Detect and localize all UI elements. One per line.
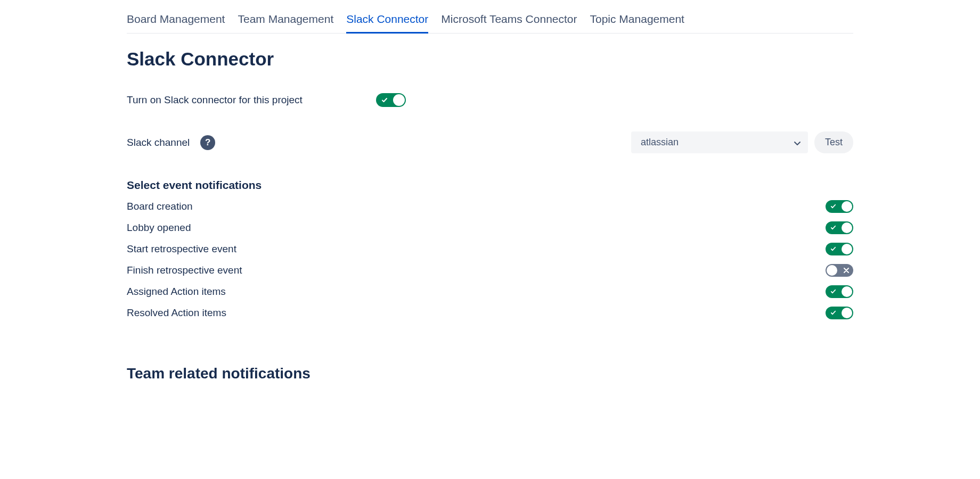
notification-row: Resolved Action items [127,302,853,324]
notification-toggle[interactable] [826,200,853,213]
notification-label: Resolved Action items [127,307,226,319]
channel-select[interactable]: atlassian [631,131,808,153]
tab-topic-management[interactable]: Topic Management [590,13,684,33]
enable-connector-row: Turn on Slack connector for this project [127,93,853,107]
notification-row: Board creation [127,196,853,217]
check-icon [830,202,836,211]
notification-toggle[interactable] [826,307,853,319]
notification-label: Finish retrospective event [127,265,242,276]
event-notifications-header: Select event notifications [127,179,853,192]
channel-row: Slack channel ? atlassian Test [127,131,853,153]
tab-team-management[interactable]: Team Management [238,13,333,33]
page-title: Slack Connector [127,48,853,70]
test-button[interactable]: Test [814,131,853,153]
notification-row: Start retrospective event [127,238,853,260]
tab-slack-connector[interactable]: Slack Connector [346,13,428,33]
tabs: Board Management Team Management Slack C… [127,13,853,34]
enable-connector-label: Turn on Slack connector for this project [127,94,376,106]
notification-list: Board creationLobby openedStart retrospe… [127,196,853,324]
notification-row: Assigned Action items [127,281,853,302]
notification-toggle[interactable] [826,264,853,277]
notification-row: Finish retrospective event [127,260,853,281]
team-notifications-header: Team related notifications [127,365,853,382]
notification-toggle[interactable] [826,221,853,234]
notification-label: Lobby opened [127,222,191,234]
notification-toggle[interactable] [826,243,853,255]
enable-connector-toggle[interactable] [376,93,406,107]
check-icon [830,287,836,296]
help-icon[interactable]: ? [200,135,215,150]
channel-select-value: atlassian [641,137,679,148]
notification-label: Assigned Action items [127,286,226,298]
check-icon [830,223,836,233]
check-icon [830,244,836,254]
chevron-down-icon [794,137,801,148]
channel-label: Slack channel [127,137,190,148]
notification-label: Board creation [127,201,193,212]
check-icon [381,97,388,103]
check-icon [830,308,836,318]
tab-board-management[interactable]: Board Management [127,13,225,33]
notification-row: Lobby opened [127,217,853,238]
notification-label: Start retrospective event [127,243,236,255]
close-icon [844,266,849,275]
tab-microsoft-teams-connector[interactable]: Microsoft Teams Connector [441,13,577,33]
notification-toggle[interactable] [826,285,853,298]
